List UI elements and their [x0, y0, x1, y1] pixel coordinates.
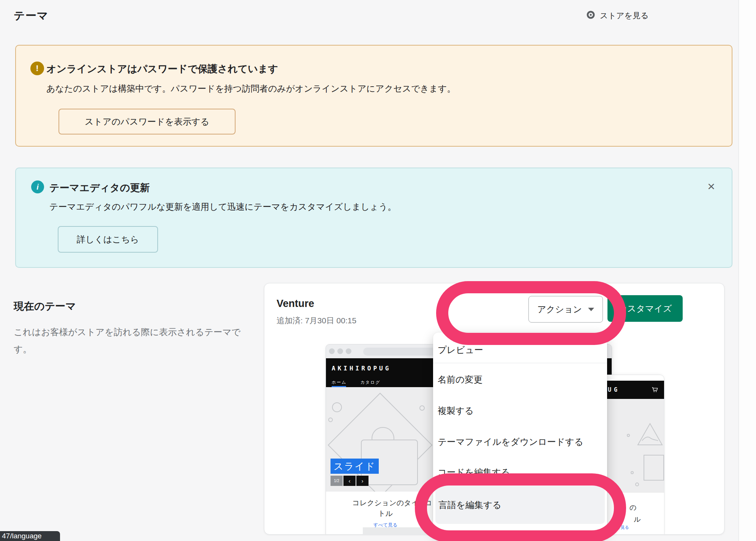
collection-title: コレクションのタイトル	[352, 498, 419, 519]
storefront-nav-catalog: カタログ	[361, 380, 381, 385]
menu-item-rename[interactable]: 名前の変更	[433, 373, 607, 386]
slide-pager: 1/2 ‹ ›	[331, 476, 369, 486]
storefront-name: AKIHIROPUG	[332, 365, 391, 372]
menu-divider	[433, 363, 607, 363]
pager-next-icon[interactable]: ›	[356, 476, 369, 486]
show-store-password-button[interactable]: ストアのパスワードを表示する	[59, 109, 236, 134]
theme-added-date: 追加済: 7月30日 00:15	[277, 315, 356, 326]
menu-item-download-theme-file[interactable]: テーマファイルをダウンロードする	[433, 436, 607, 448]
status-url-tooltip: 47/language	[0, 531, 60, 541]
boot-art-shape	[644, 455, 664, 481]
editor-update-banner: i テーマエディタの更新 テーマエディタのパワフルな更新を適用して迅速にテーマを…	[15, 168, 732, 268]
menu-item-edit-code[interactable]: コードを編集する	[433, 466, 607, 478]
storefront-nav-home: ホーム	[332, 380, 347, 385]
close-icon[interactable]: ×	[707, 180, 715, 193]
caret-down-icon	[588, 308, 594, 311]
actions-button-label: アクション	[537, 304, 582, 315]
page-title: テーマ	[14, 8, 48, 24]
menu-item-duplicate[interactable]: 複製する	[433, 405, 607, 417]
password-banner-description: あなたのストアは構築中です。パスワードを持つ訪問者のみがオンラインストアにアクセ…	[46, 83, 455, 95]
slide-badge: スライド	[331, 459, 379, 474]
circle-shape	[631, 471, 634, 474]
circle-shape	[627, 434, 630, 437]
browser-dot-icon	[337, 348, 343, 354]
password-banner: ! オンラインストアはパスワードで保護されています あなたのストアは構築中です。…	[15, 45, 732, 147]
eye-icon	[586, 10, 596, 21]
circle-shape	[419, 405, 425, 411]
cart-icon	[651, 386, 659, 395]
current-theme-heading: 現在のテーマ	[14, 299, 76, 313]
view-all-link: すべて見る	[608, 525, 629, 530]
circle-shape	[328, 418, 333, 422]
actions-dropdown-button[interactable]: アクション	[528, 296, 603, 323]
password-banner-title: オンラインストアはパスワードで保護されています	[46, 62, 278, 76]
theme-name: Venture	[277, 298, 314, 310]
menu-item-edit-languages[interactable]: 言語を編集する	[435, 486, 605, 524]
themes-page: テーマ ストアを見る ! オンラインストアはパスワードで保護されています あなた…	[0, 0, 756, 541]
menu-item-preview[interactable]: プレビュー	[433, 344, 607, 356]
actions-dropdown-menu: プレビュー 名前の変更 複製する テーマファイルをダウンロードする コードを編集…	[433, 332, 607, 535]
collection-title-fragment: の	[629, 503, 636, 512]
storefront-nav: ホーム カタログ	[332, 380, 381, 385]
customize-button[interactable]: カスタマイズ	[607, 295, 683, 322]
scrollbar-gutter[interactable]	[739, 0, 756, 541]
warning-icon: !	[30, 62, 44, 75]
view-store-label: ストアを見る	[600, 10, 648, 21]
view-store-link[interactable]: ストアを見る	[586, 10, 648, 21]
pager-count: 1/2	[331, 476, 343, 486]
info-icon: i	[31, 180, 44, 193]
collection-title-fragment: ル	[634, 515, 641, 524]
pager-prev-icon[interactable]: ‹	[343, 476, 356, 486]
circle-shape	[332, 402, 342, 412]
editor-banner-title: テーマエディタの更新	[49, 181, 150, 195]
product-placeholder	[363, 527, 427, 535]
editor-banner-description: テーマエディタのパワフルな更新を適用して迅速にテーマをカスタマイズしましょう。	[49, 201, 396, 213]
current-theme-description: これはお客様がストアを訪れる際に表示されるテーマです。	[14, 324, 242, 358]
browser-dot-icon	[329, 348, 335, 354]
browser-dot-icon	[346, 348, 351, 354]
circle-shape	[635, 482, 639, 486]
learn-more-button[interactable]: 詳しくはこちら	[58, 226, 158, 253]
